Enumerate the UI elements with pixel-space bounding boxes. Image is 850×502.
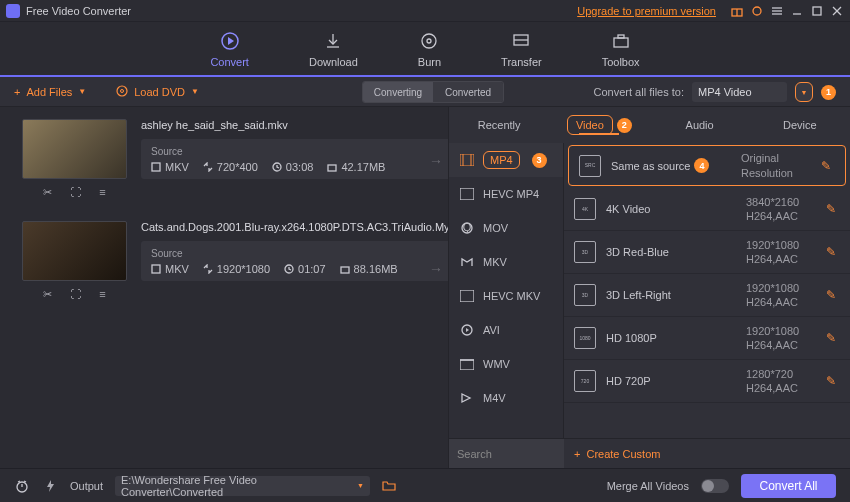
svg-rect-34	[460, 290, 474, 302]
status-tabs: Converting Converted	[362, 81, 504, 103]
maximize-icon[interactable]	[810, 4, 824, 18]
add-files-button[interactable]: + Add Files ▼	[14, 86, 86, 98]
svg-rect-31	[460, 188, 474, 200]
tab-device[interactable]: Device	[750, 119, 850, 131]
open-folder-icon[interactable]	[382, 479, 398, 493]
tab-converting[interactable]: Converting	[363, 82, 433, 102]
category-item[interactable]: MKV	[449, 245, 563, 279]
nav-toolbox[interactable]: Toolbox	[602, 30, 640, 68]
edit-preset-icon[interactable]: ✎	[826, 374, 840, 388]
resolution-item[interactable]: 3D 3D Left-Right 1920*1080H264,AAC ✎	[564, 274, 850, 317]
category-item[interactable]: M4V	[449, 381, 563, 415]
film-icon	[459, 153, 475, 167]
crop-icon[interactable]: ⛶	[70, 186, 81, 198]
chevron-down-icon: ▼	[78, 87, 86, 96]
edit-preset-icon[interactable]: ✎	[826, 331, 840, 345]
convert-all-to: Convert all files to: MP4 Video ▼ 1	[594, 77, 836, 107]
source-resolution: 1920*1080	[203, 263, 270, 275]
edit-preset-icon[interactable]: ✎	[826, 202, 840, 216]
output-format-dropdown[interactable]: ▼	[795, 82, 813, 102]
source-format: MKV	[151, 161, 189, 173]
source-duration: 01:07	[284, 263, 326, 275]
edit-preset-icon[interactable]: ✎	[826, 288, 840, 302]
svg-point-21	[121, 89, 124, 92]
nav-transfer[interactable]: Transfer	[501, 30, 542, 68]
svg-rect-37	[460, 360, 474, 370]
title-bar: Free Video Converter Upgrade to premium …	[0, 0, 850, 22]
main-area: ✂ ⛶ ≡ ashley he_said_she_said.mkv Source…	[0, 107, 850, 468]
tab-converted[interactable]: Converted	[433, 82, 503, 102]
burn-icon	[418, 30, 440, 52]
category-item[interactable]: AVI	[449, 313, 563, 347]
upgrade-premium-link[interactable]: Upgrade to premium version	[577, 5, 716, 17]
effect-icon[interactable]: ≡	[99, 288, 105, 300]
nav-download[interactable]: Download	[309, 30, 358, 68]
trim-icon[interactable]: ✂	[43, 288, 52, 301]
svg-rect-25	[152, 265, 160, 273]
svg-marker-11	[228, 37, 234, 45]
tab-audio[interactable]: Audio	[650, 119, 750, 131]
edit-preset-icon[interactable]: ✎	[821, 159, 835, 173]
resolution-item[interactable]: 3D 3D Red-Blue 1920*1080H264,AAC ✎	[564, 231, 850, 274]
close-icon[interactable]	[830, 4, 844, 18]
search-input[interactable]: Search	[449, 439, 564, 468]
tool-row: + Add Files ▼ Load DVD ▼ Converting Conv…	[0, 77, 850, 107]
svg-marker-39	[462, 394, 470, 402]
category-item[interactable]: HEVC MP4	[449, 177, 563, 211]
create-custom-button[interactable]: +Create Custom	[564, 439, 850, 468]
resolution-item[interactable]: 4K 4K Video 3840*2160H264,AAC ✎	[564, 188, 850, 231]
toolbox-icon	[610, 30, 632, 52]
minimize-icon[interactable]	[790, 4, 804, 18]
svg-rect-18	[614, 38, 628, 47]
output-path[interactable]: E:\Wondershare Free Video Converter\Conv…	[115, 476, 370, 496]
load-dvd-button[interactable]: Load DVD ▼	[116, 85, 199, 99]
svg-point-15	[427, 39, 431, 43]
file-thumbnail[interactable]	[22, 119, 127, 179]
category-item[interactable]: HEVC MKV	[449, 279, 563, 313]
disc-icon	[116, 85, 128, 99]
hevc-mkv-icon	[459, 289, 475, 303]
bottom-bar: Output E:\Wondershare Free Video Convert…	[0, 468, 850, 502]
resolution-item[interactable]: SRC Same as source4 Original Resolution …	[568, 145, 846, 186]
mov-icon: Q	[459, 221, 475, 235]
merge-toggle[interactable]	[701, 479, 729, 493]
source-size: 88.16MB	[340, 263, 398, 275]
tab-video[interactable]: Video 2	[549, 115, 649, 135]
svg-rect-22	[152, 163, 160, 171]
svg-point-20	[117, 86, 127, 96]
category-item[interactable]: WMV	[449, 347, 563, 381]
source-size: 42.17MB	[327, 161, 385, 173]
category-item[interactable]: MP4 3	[449, 143, 563, 177]
category-item[interactable]: QMOV	[449, 211, 563, 245]
file-thumbnail[interactable]	[22, 221, 127, 281]
nav-convert[interactable]: Convert	[210, 30, 249, 68]
svg-marker-44	[47, 480, 54, 492]
format-body: MP4 3 HEVC MP4 QMOV MKV HEVC MKV AVI WMV…	[449, 143, 850, 438]
tab-recently[interactable]: Recently	[449, 119, 549, 131]
preset-icon: 1080	[574, 327, 596, 349]
settings-icon[interactable]	[750, 4, 764, 18]
crop-icon[interactable]: ⛶	[70, 288, 81, 300]
resolution-item[interactable]: 1080 HD 1080P 1920*1080H264,AAC ✎	[564, 317, 850, 360]
callout-badge-1: 1	[821, 85, 836, 100]
convert-icon	[219, 30, 241, 52]
output-format-select[interactable]: MP4 Video	[692, 82, 787, 102]
mkv-icon	[459, 255, 475, 269]
thumb-tools: ✂ ⛶ ≡	[22, 183, 127, 201]
trim-icon[interactable]: ✂	[43, 186, 52, 199]
schedule-icon[interactable]	[14, 478, 30, 494]
top-nav: Convert Download Burn Transfer Toolbox	[0, 22, 850, 77]
gpu-accel-icon[interactable]	[42, 478, 58, 494]
preset-icon: 3D	[574, 241, 596, 263]
menu-icon[interactable]	[770, 4, 784, 18]
effect-icon[interactable]: ≡	[99, 186, 105, 198]
nav-burn[interactable]: Burn	[418, 30, 441, 68]
gift-icon[interactable]	[730, 4, 744, 18]
convert-all-button[interactable]: Convert All	[741, 474, 836, 498]
edit-preset-icon[interactable]: ✎	[826, 245, 840, 259]
source-format: MKV	[151, 263, 189, 275]
resolution-item[interactable]: 720 HD 720P 1280*720H264,AAC ✎	[564, 360, 850, 403]
source-resolution: 720*400	[203, 161, 258, 173]
svg-text:Q: Q	[463, 221, 472, 233]
app-window: Free Video Converter Upgrade to premium …	[0, 0, 850, 502]
